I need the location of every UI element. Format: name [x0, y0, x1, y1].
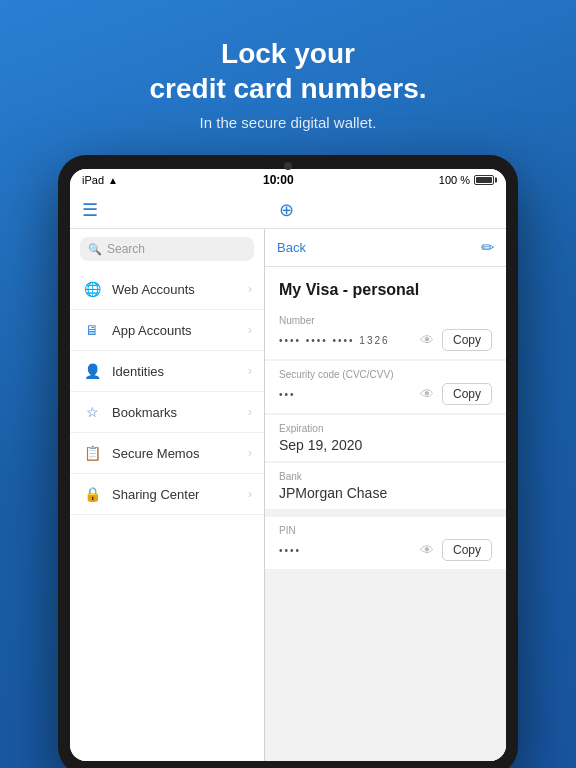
field-pin-label: PIN	[279, 525, 492, 536]
sharing-center-icon: 🔒	[82, 484, 102, 504]
field-expiration-row: Sep 19, 2020	[279, 437, 492, 453]
identities-icon: 👤	[82, 361, 102, 381]
field-number-row: •••• •••• •••• 1326 👁 Copy	[279, 329, 492, 351]
field-pin: PIN •••• 👁 Copy	[265, 517, 506, 569]
status-time: 10:00	[263, 173, 294, 187]
status-left: iPad ▲	[82, 174, 118, 186]
bookmarks-icon: ☆	[82, 402, 102, 422]
pin-eye-icon[interactable]: 👁	[420, 542, 434, 558]
sidebar-item-secure-memos[interactable]: 📋 Secure Memos ›	[70, 433, 264, 474]
ipad-camera	[284, 162, 292, 170]
sidebar-item-app-accounts[interactable]: 🖥 App Accounts ›	[70, 310, 264, 351]
secure-memos-chevron: ›	[248, 446, 252, 460]
field-number-actions: 👁 Copy	[420, 329, 492, 351]
app-accounts-label: App Accounts	[112, 323, 192, 338]
sidebar-item-sharing-center[interactable]: 🔒 Sharing Center ›	[70, 474, 264, 515]
back-button[interactable]: Back	[277, 240, 306, 255]
hero-title-line1: Lock your	[221, 38, 355, 69]
field-pin-row: •••• 👁 Copy	[279, 539, 492, 561]
field-bank: Bank JPMorgan Chase	[265, 463, 506, 509]
hero-title-line2: credit card numbers.	[150, 73, 427, 104]
field-pin-value: ••••	[279, 545, 301, 556]
sidebar-item-sharing-center-left: 🔒 Sharing Center	[82, 484, 199, 504]
field-expiration-value: Sep 19, 2020	[279, 437, 362, 453]
field-bank-row: JPMorgan Chase	[279, 485, 492, 501]
menu-button[interactable]: ☰	[82, 199, 98, 221]
sidebar-item-identities-left: 👤 Identities	[82, 361, 164, 381]
secure-memos-icon: 📋	[82, 443, 102, 463]
sidebar-item-secure-memos-left: 📋 Secure Memos	[82, 443, 199, 463]
sidebar-item-app-accounts-left: 🖥 App Accounts	[82, 320, 192, 340]
web-accounts-chevron: ›	[248, 282, 252, 296]
detail-panel: Back ✏ My Visa - personal Number •••• ••…	[265, 229, 506, 761]
hero-title: Lock your credit card numbers.	[20, 36, 556, 106]
ipad-screen: iPad ▲ 10:00 100 % ☰ ⊕	[70, 169, 506, 761]
field-expiration-label: Expiration	[279, 423, 492, 434]
field-expiration: Expiration Sep 19, 2020	[265, 415, 506, 461]
field-bank-label: Bank	[279, 471, 492, 482]
security-code-copy-button[interactable]: Copy	[442, 383, 492, 405]
sidebar: 🔍 Search 🌐 Web Accounts › 🖥 App	[70, 229, 265, 761]
sidebar-item-bookmarks[interactable]: ☆ Bookmarks ›	[70, 392, 264, 433]
security-code-eye-icon[interactable]: 👁	[420, 386, 434, 402]
sharing-center-label: Sharing Center	[112, 487, 199, 502]
sharing-center-chevron: ›	[248, 487, 252, 501]
battery-label: 100 %	[439, 174, 470, 186]
add-button[interactable]: ⊕	[279, 199, 294, 221]
identities-chevron: ›	[248, 364, 252, 378]
ipad-device: iPad ▲ 10:00 100 % ☰ ⊕	[58, 155, 518, 768]
secure-memos-label: Secure Memos	[112, 446, 199, 461]
status-right: 100 %	[439, 174, 494, 186]
hero-section: Lock your credit card numbers. In the se…	[0, 0, 576, 151]
sidebar-item-web-accounts-left: 🌐 Web Accounts	[82, 279, 195, 299]
battery-icon	[474, 175, 494, 185]
field-security-code-label: Security code (CVC/CVV)	[279, 369, 492, 380]
battery-fill	[476, 177, 492, 183]
field-pin-actions: 👁 Copy	[420, 539, 492, 561]
identities-label: Identities	[112, 364, 164, 379]
pin-copy-button[interactable]: Copy	[442, 539, 492, 561]
sidebar-item-bookmarks-left: ☆ Bookmarks	[82, 402, 177, 422]
detail-fields: Number •••• •••• •••• 1326 👁 Copy	[265, 307, 506, 761]
bookmarks-chevron: ›	[248, 405, 252, 419]
field-security-code: Security code (CVC/CVV) ••• 👁 Copy	[265, 361, 506, 413]
search-placeholder: Search	[107, 242, 145, 256]
app-accounts-icon: 🖥	[82, 320, 102, 340]
web-accounts-label: Web Accounts	[112, 282, 195, 297]
field-number-value: •••• •••• •••• 1326	[279, 335, 390, 346]
nav-bar: ☰ ⊕	[70, 191, 506, 229]
hero-subtitle: In the secure digital wallet.	[20, 114, 556, 131]
field-security-code-row: ••• 👁 Copy	[279, 383, 492, 405]
wifi-icon: ▲	[108, 175, 118, 186]
device-label: iPad	[82, 174, 104, 186]
ipad-body: iPad ▲ 10:00 100 % ☰ ⊕	[58, 155, 518, 768]
field-security-code-actions: 👁 Copy	[420, 383, 492, 405]
field-number: Number •••• •••• •••• 1326 👁 Copy	[265, 307, 506, 359]
field-number-label: Number	[279, 315, 492, 326]
number-eye-icon[interactable]: 👁	[420, 332, 434, 348]
app-accounts-chevron: ›	[248, 323, 252, 337]
detail-nav: Back ✏	[265, 229, 506, 267]
web-accounts-icon: 🌐	[82, 279, 102, 299]
card-title: My Visa - personal	[265, 267, 506, 307]
bookmarks-label: Bookmarks	[112, 405, 177, 420]
status-bar: iPad ▲ 10:00 100 %	[70, 169, 506, 191]
sidebar-item-web-accounts[interactable]: 🌐 Web Accounts ›	[70, 269, 264, 310]
number-copy-button[interactable]: Copy	[442, 329, 492, 351]
search-box[interactable]: 🔍 Search	[80, 237, 254, 261]
content-area: 🔍 Search 🌐 Web Accounts › 🖥 App	[70, 229, 506, 761]
edit-button[interactable]: ✏	[481, 238, 494, 257]
field-security-code-value: •••	[279, 389, 296, 400]
sidebar-item-identities[interactable]: 👤 Identities ›	[70, 351, 264, 392]
field-bank-value: JPMorgan Chase	[279, 485, 387, 501]
search-icon: 🔍	[88, 243, 102, 256]
